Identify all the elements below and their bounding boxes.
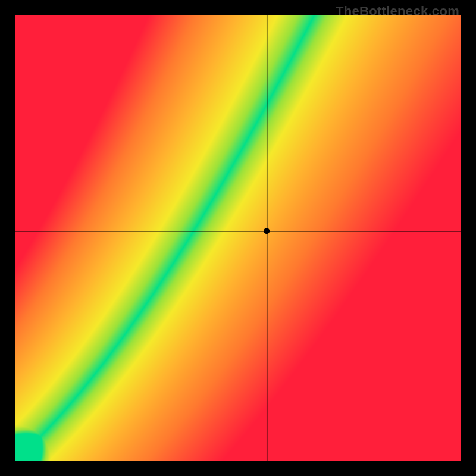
chart-frame: TheBottleneck.com — [0, 0, 476, 476]
watermark-text: TheBottleneck.com — [336, 4, 459, 19]
bottleneck-heatmap — [15, 15, 461, 461]
